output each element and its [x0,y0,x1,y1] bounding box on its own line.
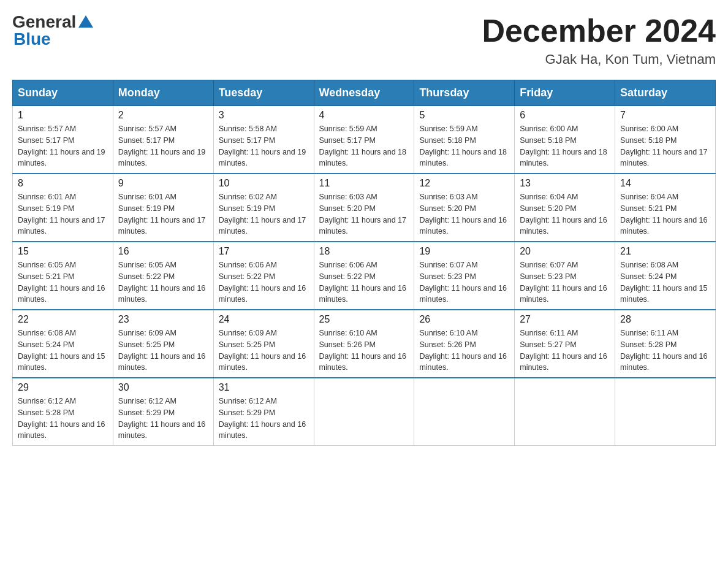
week-row-2: 8Sunrise: 6:01 AMSunset: 5:19 PMDaylight… [13,174,716,242]
day-info: Sunrise: 6:03 AMSunset: 5:20 PMDaylight:… [319,191,409,237]
day-info: Sunrise: 5:58 AMSunset: 5:17 PMDaylight:… [219,123,309,169]
calendar-cell: 8Sunrise: 6:01 AMSunset: 5:19 PMDaylight… [13,174,113,242]
calendar-cell [615,378,716,446]
page-header: General Blue December 2024 GJak Ha, Kon … [12,12,716,67]
day-info: Sunrise: 6:11 AMSunset: 5:28 PMDaylight:… [620,327,710,373]
day-number: 1 [18,110,108,121]
day-number: 22 [18,314,108,325]
day-number: 29 [18,382,108,393]
day-number: 7 [620,110,710,121]
svg-marker-0 [78,15,93,28]
week-row-5: 29Sunrise: 6:12 AMSunset: 5:28 PMDayligh… [13,378,716,446]
calendar-cell: 26Sunrise: 6:10 AMSunset: 5:26 PMDayligh… [414,310,515,378]
day-number: 15 [18,246,108,257]
day-number: 18 [319,246,409,257]
day-info: Sunrise: 6:04 AMSunset: 5:21 PMDaylight:… [620,191,710,237]
day-info: Sunrise: 6:00 AMSunset: 5:18 PMDaylight:… [620,123,710,169]
calendar-cell: 31Sunrise: 6:12 AMSunset: 5:29 PMDayligh… [213,378,314,446]
calendar-cell [414,378,515,446]
day-info: Sunrise: 6:05 AMSunset: 5:21 PMDaylight:… [18,259,108,305]
calendar-cell: 17Sunrise: 6:06 AMSunset: 5:22 PMDayligh… [213,242,314,310]
day-number: 31 [219,382,309,393]
calendar-subtitle: GJak Ha, Kon Tum, Vietnam [482,52,716,67]
calendar-cell: 18Sunrise: 6:06 AMSunset: 5:22 PMDayligh… [314,242,414,310]
calendar-cell: 22Sunrise: 6:08 AMSunset: 5:24 PMDayligh… [13,310,113,378]
calendar-cell: 3Sunrise: 5:58 AMSunset: 5:17 PMDaylight… [213,106,314,174]
day-number: 3 [219,110,309,121]
day-info: Sunrise: 6:01 AMSunset: 5:19 PMDaylight:… [118,191,208,237]
calendar-cell: 5Sunrise: 5:59 AMSunset: 5:18 PMDaylight… [414,106,515,174]
day-info: Sunrise: 6:09 AMSunset: 5:25 PMDaylight:… [118,327,208,373]
day-info: Sunrise: 6:05 AMSunset: 5:22 PMDaylight:… [118,259,208,305]
day-info: Sunrise: 6:08 AMSunset: 5:24 PMDaylight:… [18,327,108,373]
logo: General Blue [12,12,93,49]
day-number: 5 [419,110,509,121]
calendar-table: SundayMondayTuesdayWednesdayThursdayFrid… [12,80,716,446]
calendar-cell: 2Sunrise: 5:57 AMSunset: 5:17 PMDaylight… [113,106,213,174]
calendar-cell: 20Sunrise: 6:07 AMSunset: 5:23 PMDayligh… [515,242,615,310]
day-info: Sunrise: 6:10 AMSunset: 5:26 PMDaylight:… [319,327,409,373]
calendar-cell: 28Sunrise: 6:11 AMSunset: 5:28 PMDayligh… [615,310,716,378]
day-number: 28 [620,314,710,325]
calendar-cell: 1Sunrise: 5:57 AMSunset: 5:17 PMDaylight… [13,106,113,174]
calendar-cell: 15Sunrise: 6:05 AMSunset: 5:21 PMDayligh… [13,242,113,310]
day-number: 25 [319,314,409,325]
day-number: 9 [118,178,208,189]
calendar-cell: 10Sunrise: 6:02 AMSunset: 5:19 PMDayligh… [213,174,314,242]
day-number: 6 [520,110,610,121]
calendar-cell: 14Sunrise: 6:04 AMSunset: 5:21 PMDayligh… [615,174,716,242]
day-info: Sunrise: 6:12 AMSunset: 5:29 PMDaylight:… [118,396,208,442]
header-friday: Friday [515,80,615,106]
calendar-cell: 27Sunrise: 6:11 AMSunset: 5:27 PMDayligh… [515,310,615,378]
week-row-3: 15Sunrise: 6:05 AMSunset: 5:21 PMDayligh… [13,242,716,310]
day-info: Sunrise: 6:07 AMSunset: 5:23 PMDaylight:… [520,259,610,305]
header-monday: Monday [113,80,213,106]
day-info: Sunrise: 6:11 AMSunset: 5:27 PMDaylight:… [520,327,610,373]
calendar-cell: 23Sunrise: 6:09 AMSunset: 5:25 PMDayligh… [113,310,213,378]
calendar-cell: 7Sunrise: 6:00 AMSunset: 5:18 PMDaylight… [615,106,716,174]
day-number: 21 [620,246,710,257]
day-info: Sunrise: 5:57 AMSunset: 5:17 PMDaylight:… [18,123,108,169]
day-number: 2 [118,110,208,121]
calendar-cell: 16Sunrise: 6:05 AMSunset: 5:22 PMDayligh… [113,242,213,310]
header-thursday: Thursday [414,80,515,106]
day-info: Sunrise: 6:06 AMSunset: 5:22 PMDaylight:… [319,259,409,305]
day-number: 27 [520,314,610,325]
day-info: Sunrise: 6:12 AMSunset: 5:29 PMDaylight:… [219,396,309,442]
calendar-cell: 11Sunrise: 6:03 AMSunset: 5:20 PMDayligh… [314,174,414,242]
calendar-cell: 29Sunrise: 6:12 AMSunset: 5:28 PMDayligh… [13,378,113,446]
calendar-cell: 30Sunrise: 6:12 AMSunset: 5:29 PMDayligh… [113,378,213,446]
day-info: Sunrise: 6:04 AMSunset: 5:20 PMDaylight:… [520,191,610,237]
week-row-4: 22Sunrise: 6:08 AMSunset: 5:24 PMDayligh… [13,310,716,378]
day-number: 11 [319,178,409,189]
calendar-cell: 9Sunrise: 6:01 AMSunset: 5:19 PMDaylight… [113,174,213,242]
day-info: Sunrise: 5:59 AMSunset: 5:17 PMDaylight:… [319,123,409,169]
day-number: 19 [419,246,509,257]
day-info: Sunrise: 5:57 AMSunset: 5:17 PMDaylight:… [118,123,208,169]
week-row-1: 1Sunrise: 5:57 AMSunset: 5:17 PMDaylight… [13,106,716,174]
day-number: 26 [419,314,509,325]
day-info: Sunrise: 6:02 AMSunset: 5:19 PMDaylight:… [219,191,309,237]
calendar-cell: 13Sunrise: 6:04 AMSunset: 5:20 PMDayligh… [515,174,615,242]
calendar-cell: 12Sunrise: 6:03 AMSunset: 5:20 PMDayligh… [414,174,515,242]
day-info: Sunrise: 6:00 AMSunset: 5:18 PMDaylight:… [520,123,610,169]
day-number: 24 [219,314,309,325]
day-number: 14 [620,178,710,189]
day-info: Sunrise: 6:09 AMSunset: 5:25 PMDaylight:… [219,327,309,373]
logo-triangle-icon [78,15,93,30]
header-tuesday: Tuesday [213,80,314,106]
day-info: Sunrise: 6:07 AMSunset: 5:23 PMDaylight:… [419,259,509,305]
day-info: Sunrise: 6:03 AMSunset: 5:20 PMDaylight:… [419,191,509,237]
day-info: Sunrise: 5:59 AMSunset: 5:18 PMDaylight:… [419,123,509,169]
day-info: Sunrise: 6:12 AMSunset: 5:28 PMDaylight:… [18,396,108,442]
day-info: Sunrise: 6:08 AMSunset: 5:24 PMDaylight:… [620,259,710,305]
day-number: 4 [319,110,409,121]
day-number: 17 [219,246,309,257]
day-number: 12 [419,178,509,189]
calendar-cell: 4Sunrise: 5:59 AMSunset: 5:17 PMDaylight… [314,106,414,174]
day-number: 8 [18,178,108,189]
header-row: SundayMondayTuesdayWednesdayThursdayFrid… [13,80,716,106]
day-number: 23 [118,314,208,325]
day-number: 30 [118,382,208,393]
calendar-title: December 2024 [482,12,716,49]
